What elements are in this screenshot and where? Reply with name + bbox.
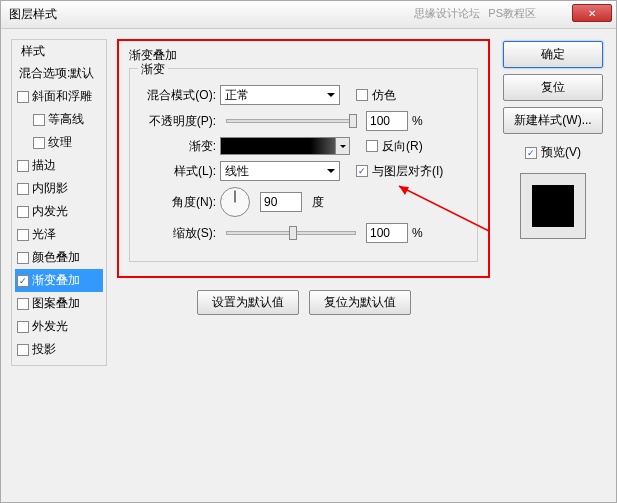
scale-slider[interactable] [226,231,356,235]
window-title: 图层样式 [9,6,57,23]
style-item-8[interactable]: 渐变叠加 [15,269,103,292]
style-item-11[interactable]: 投影 [15,338,103,361]
scale-unit: % [412,226,423,240]
titlebar: 图层样式 思缘设计论坛 PS教程区 ✕ [1,1,616,29]
scale-input[interactable] [366,223,408,243]
style-item-label: 颜色叠加 [32,249,80,266]
style-checkbox[interactable] [17,344,29,356]
action-panel: 确定 复位 新建样式(W)... 预览(V) [500,39,606,492]
angle-dial[interactable] [220,187,250,217]
style-checkbox[interactable] [17,252,29,264]
style-label: 样式(L): [138,163,216,180]
reset-default-button[interactable]: 复位为默认值 [309,290,411,315]
style-item-3[interactable]: 描边 [15,154,103,177]
style-item-6[interactable]: 光泽 [15,223,103,246]
style-item-label: 描边 [32,157,56,174]
opacity-input[interactable] [366,111,408,131]
style-item-10[interactable]: 外发光 [15,315,103,338]
style-item-label: 内发光 [32,203,68,220]
cancel-button[interactable]: 复位 [503,74,603,101]
style-checkbox[interactable] [17,229,29,241]
set-default-button[interactable]: 设置为默认值 [197,290,299,315]
style-checkbox[interactable] [17,160,29,172]
scale-label: 缩放(S): [138,225,216,242]
reverse-checkbox[interactable] [366,140,378,152]
style-checkbox[interactable] [17,183,29,195]
new-style-button[interactable]: 新建样式(W)... [503,107,603,134]
style-item-1[interactable]: 等高线 [15,108,103,131]
style-item-label: 外发光 [32,318,68,335]
dither-label: 仿色 [372,87,396,104]
align-label: 与图层对齐(I) [372,163,443,180]
ok-button[interactable]: 确定 [503,41,603,68]
dither-checkbox[interactable] [356,89,368,101]
style-item-label: 内阴影 [32,180,68,197]
watermark: 思缘设计论坛 PS教程区 [414,6,536,21]
opacity-slider[interactable] [226,119,356,123]
gradient-picker[interactable] [220,137,350,155]
close-icon[interactable]: ✕ [572,4,612,22]
style-item-label: 纹理 [48,134,72,151]
style-item-7[interactable]: 颜色叠加 [15,246,103,269]
style-item-label: 图案叠加 [32,295,80,312]
angle-label: 角度(N): [138,194,216,211]
sub-title: 渐变 [138,61,168,78]
angle-unit: 度 [312,194,324,211]
style-item-label: 光泽 [32,226,56,243]
blend-options-header[interactable]: 混合选项:默认 [15,62,103,85]
settings-panel: 渐变叠加 渐变 混合模式(O): 正常 仿色 不透明度(P): % [117,39,490,492]
style-checkbox[interactable] [33,114,45,126]
style-dropdown[interactable]: 线性 [220,161,340,181]
style-checkbox[interactable] [17,298,29,310]
style-checkbox[interactable] [17,275,29,287]
style-item-label: 斜面和浮雕 [32,88,92,105]
layer-style-dialog: 图层样式 思缘设计论坛 PS教程区 ✕ 样式 混合选项:默认斜面和浮雕等高线纹理… [0,0,617,503]
style-item-5[interactable]: 内发光 [15,200,103,223]
angle-input[interactable] [260,192,302,212]
highlight-box: 渐变叠加 渐变 混合模式(O): 正常 仿色 不透明度(P): % [117,39,490,278]
style-item-label: 渐变叠加 [32,272,80,289]
preview-checkbox[interactable] [525,147,537,159]
reverse-label: 反向(R) [382,138,423,155]
style-checkbox[interactable] [17,91,29,103]
opacity-label: 不透明度(P): [138,113,216,130]
style-checkbox[interactable] [17,321,29,333]
preview-swatch [532,185,574,227]
style-item-9[interactable]: 图案叠加 [15,292,103,315]
opacity-unit: % [412,114,423,128]
gradient-label: 渐变: [138,138,216,155]
style-item-4[interactable]: 内阴影 [15,177,103,200]
styles-sidebar: 样式 混合选项:默认斜面和浮雕等高线纹理描边内阴影内发光光泽颜色叠加渐变叠加图案… [11,39,107,492]
preview-label: 预览(V) [541,144,581,161]
style-checkbox[interactable] [33,137,45,149]
style-item-label: 投影 [32,341,56,358]
style-item-label: 等高线 [48,111,84,128]
style-item-2[interactable]: 纹理 [15,131,103,154]
style-item-0[interactable]: 斜面和浮雕 [15,85,103,108]
preview-thumbnail [520,173,586,239]
chevron-down-icon[interactable] [335,138,349,154]
group-title: 渐变叠加 [129,47,478,64]
align-checkbox[interactable] [356,165,368,177]
style-checkbox[interactable] [17,206,29,218]
sidebar-title: 样式 [19,43,47,60]
blend-mode-label: 混合模式(O): [138,87,216,104]
blend-mode-dropdown[interactable]: 正常 [220,85,340,105]
